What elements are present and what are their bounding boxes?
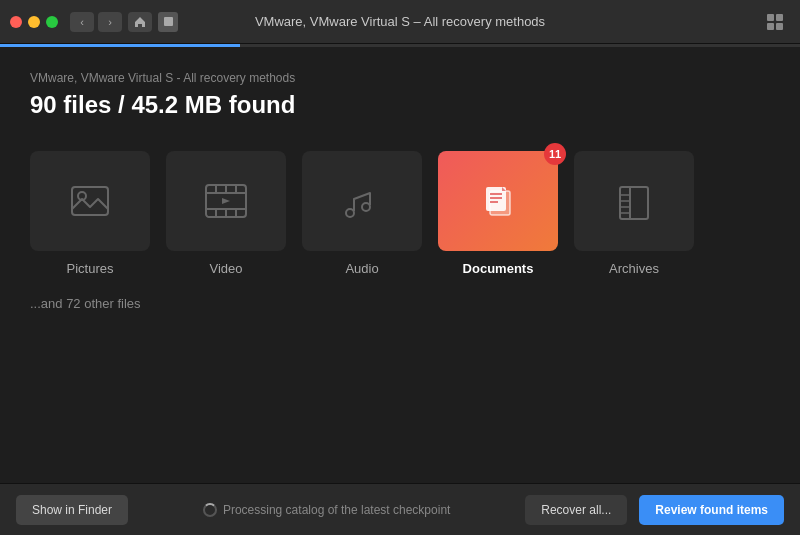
back-button[interactable]: ‹ bbox=[70, 12, 94, 32]
card-label-documents: Documents bbox=[463, 261, 534, 276]
image-icon bbox=[66, 177, 114, 225]
grid-cell bbox=[776, 23, 783, 30]
spinner-icon bbox=[203, 503, 217, 517]
minimize-button[interactable] bbox=[28, 16, 40, 28]
review-found-items-button[interactable]: Review found items bbox=[639, 495, 784, 525]
nav-buttons: ‹ › bbox=[70, 12, 122, 32]
maximize-button[interactable] bbox=[46, 16, 58, 28]
window-title: VMware, VMware Virtual S – All recovery … bbox=[255, 14, 545, 29]
documents-icon bbox=[474, 177, 522, 225]
svg-point-13 bbox=[362, 203, 370, 211]
svg-rect-19 bbox=[620, 187, 648, 219]
grid-cell bbox=[767, 14, 774, 21]
stop-button[interactable] bbox=[158, 12, 178, 32]
breadcrumb: VMware, VMware Virtual S - All recovery … bbox=[30, 71, 770, 85]
documents-badge: 11 bbox=[544, 143, 566, 165]
video-icon bbox=[202, 177, 250, 225]
card-icon-pictures bbox=[30, 151, 150, 251]
titlebar: ‹ › VMware, VMware Virtual S – All recov… bbox=[0, 0, 800, 44]
bottom-bar: Show in Finder Processing catalog of the… bbox=[0, 483, 800, 535]
status-area: Processing catalog of the latest checkpo… bbox=[140, 503, 513, 517]
card-icon-video bbox=[166, 151, 286, 251]
audio-icon bbox=[338, 177, 386, 225]
svg-marker-11 bbox=[222, 198, 230, 204]
card-documents[interactable]: 11 Documents bbox=[438, 151, 558, 276]
svg-rect-0 bbox=[72, 187, 108, 215]
home-button[interactable] bbox=[128, 12, 152, 32]
card-video[interactable]: Video bbox=[166, 151, 286, 276]
card-label-pictures: Pictures bbox=[67, 261, 114, 276]
page-title: 90 files / 45.2 MB found bbox=[30, 91, 770, 119]
main-content: VMware, VMware Virtual S - All recovery … bbox=[0, 47, 800, 335]
card-pictures[interactable]: Pictures bbox=[30, 151, 150, 276]
card-audio[interactable]: Audio bbox=[302, 151, 422, 276]
close-button[interactable] bbox=[10, 16, 22, 28]
recover-all-button[interactable]: Recover all... bbox=[525, 495, 627, 525]
traffic-lights bbox=[10, 16, 58, 28]
show-in-finder-button[interactable]: Show in Finder bbox=[16, 495, 128, 525]
file-type-cards: Pictures Video bbox=[30, 151, 770, 276]
grid-cell bbox=[776, 14, 783, 21]
card-label-video: Video bbox=[209, 261, 242, 276]
status-text: Processing catalog of the latest checkpo… bbox=[223, 503, 450, 517]
card-icon-archives bbox=[574, 151, 694, 251]
other-files-label: ...and 72 other files bbox=[30, 296, 770, 311]
card-archives[interactable]: Archives bbox=[574, 151, 694, 276]
forward-button[interactable]: › bbox=[98, 12, 122, 32]
progress-fill bbox=[0, 44, 240, 47]
card-label-audio: Audio bbox=[345, 261, 378, 276]
svg-point-12 bbox=[346, 209, 354, 217]
card-icon-audio bbox=[302, 151, 422, 251]
progress-bar bbox=[0, 44, 800, 47]
grid-cell bbox=[767, 23, 774, 30]
card-label-archives: Archives bbox=[609, 261, 659, 276]
card-icon-documents: 11 bbox=[438, 151, 558, 251]
grid-view-button[interactable] bbox=[764, 11, 786, 33]
archives-icon bbox=[610, 177, 658, 225]
stop-icon bbox=[164, 17, 173, 26]
